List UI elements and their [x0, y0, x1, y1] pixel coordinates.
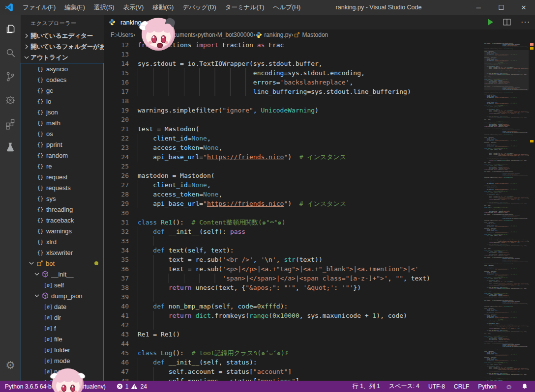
line-number[interactable]: 27: [104, 180, 129, 190]
code-line-text[interactable]: api_base_url="https://friends.nico") # イ…: [138, 199, 484, 208]
sidebar-section-開いているフォルダーがあり[interactable]: 開いているフォルダーがあり: [21, 41, 104, 52]
outline-item-bot[interactable]: bot: [21, 258, 103, 269]
outline-item-__init__[interactable]: __init__: [21, 269, 103, 280]
line-number[interactable]: 30: [104, 208, 129, 218]
outline-item-folder[interactable]: [ø]folder: [21, 344, 103, 355]
code-line-text[interactable]: encoding=sys.stdout.encoding,: [138, 68, 484, 78]
code-line-text[interactable]: text = re.sub('<p>|</p>|<a.+"tag">|<a.+"…: [138, 264, 484, 274]
outline-item-json[interactable]: {}json: [21, 107, 103, 117]
activity-bar-item-debug[interactable]: [0, 90, 21, 110]
outline-item-f[interactable]: [ø]f: [21, 323, 103, 334]
menu-item[interactable]: ターミナル(T): [221, 0, 269, 15]
line-number[interactable]: 39: [104, 292, 129, 302]
breadcrumb-item-Mastodon[interactable]: Mastodon: [294, 31, 328, 38]
code-line-37[interactable]: 37 'span>|</span>|</a>|<span class="[a-z…: [104, 274, 484, 283]
outline-item-xlsxwriter[interactable]: {}xlsxwriter: [21, 247, 103, 258]
encoding-item[interactable]: UTF-8: [428, 383, 445, 390]
code-line-35[interactable]: 35 text = re.sub('<br />', '\n', str(tex…: [104, 255, 484, 264]
split-editor-button[interactable]: [503, 19, 511, 26]
code-line-42[interactable]: 42: [104, 320, 484, 330]
code-line-text[interactable]: client_id=None,: [138, 180, 484, 190]
code-line-text[interactable]: [138, 115, 484, 124]
outline-item-gc[interactable]: {}gc: [21, 85, 103, 96]
line-number[interactable]: 47: [104, 367, 129, 376]
code-line-13[interactable]: 13: [104, 50, 484, 59]
code-line-17[interactable]: 17 line_buffering=sys.stdout.line_buffer…: [104, 87, 484, 96]
code-line-text[interactable]: text = re.sub('<br />', '\n', str(text)): [138, 255, 484, 264]
breadcrumb-item-ranking.py[interactable]: ranking.py: [255, 31, 291, 38]
line-number[interactable]: 45: [104, 348, 129, 358]
activity-bar-item-source-control[interactable]: [0, 67, 21, 86]
code-line-47[interactable]: 47 self.account = status["account"]: [104, 367, 484, 376]
maximize-button[interactable]: ☐: [490, 0, 512, 15]
line-number[interactable]: 15: [104, 68, 129, 78]
menu-item[interactable]: 編集(E): [60, 0, 89, 15]
line-number[interactable]: 25: [104, 162, 129, 171]
code-line-text[interactable]: class Log(): # toot記録用クラス٩(๑ʻᴗʻ๑)۶: [138, 348, 484, 358]
close-button[interactable]: ✕: [512, 0, 535, 15]
line-number[interactable]: 19: [104, 106, 129, 115]
code-line-14[interactable]: 14sys.stdout = io.TextIOWrapper(sys.stdo…: [104, 59, 484, 68]
outline-item-file[interactable]: [ø]file: [21, 334, 103, 344]
code-line-16[interactable]: 16 errors='backslashreplace',: [104, 78, 484, 87]
breadcrumb-item-M_bot300000[interactable]: M_bot300000: [217, 31, 253, 38]
line-number[interactable]: 36: [104, 264, 129, 274]
code-line-text[interactable]: line_buffering=sys.stdout.line_buffering…: [138, 87, 484, 96]
line-number[interactable]: 32: [104, 227, 129, 236]
code-line-44[interactable]: 44: [104, 339, 484, 348]
code-line-text[interactable]: def non_bmp_map(self, code=0xfffd):: [138, 302, 484, 311]
code-line-26[interactable]: 26mastodon = Mastodon(: [104, 171, 484, 180]
code-line-text[interactable]: 'span>|</span>|</a>|<span class="[a-z-]+…: [138, 274, 484, 283]
activity-bar-item-test[interactable]: [0, 138, 21, 157]
line-number[interactable]: 31: [104, 218, 129, 227]
notifications-bell-icon[interactable]: [521, 383, 528, 390]
outline-item-re[interactable]: {}re: [21, 161, 103, 171]
python-interpreter-item[interactable]: Python 3.6.5 64-bit: [5, 383, 55, 390]
outline-item-dump_json[interactable]: dump_json: [21, 290, 103, 301]
code-line-15[interactable]: 15 encoding=sys.stdout.encoding,: [104, 68, 484, 78]
code-line-text[interactable]: def __init__(self, status):: [138, 358, 484, 367]
code-line-text[interactable]: api_base_url="https://friends.nico") # イ…: [138, 152, 484, 162]
code-line-text[interactable]: access_token=None,: [138, 190, 484, 199]
line-number[interactable]: 23: [104, 143, 129, 152]
code-line-text[interactable]: def text(self, text):: [138, 246, 484, 255]
line-number[interactable]: 14: [104, 59, 129, 68]
code-line-text[interactable]: warnings.simplefilter("ignore", UnicodeW…: [138, 106, 484, 115]
menu-item[interactable]: 移動(G): [148, 0, 178, 15]
line-number[interactable]: 17: [104, 87, 129, 96]
code-line-25[interactable]: 25: [104, 162, 484, 171]
code-line-text[interactable]: self.mentions = status["mentions"]: [138, 376, 484, 381]
code-line-29[interactable]: 29 api_base_url="https://friends.nico") …: [104, 199, 484, 208]
code-editor[interactable]: 12from fractions import Fraction as Frac…: [104, 40, 484, 381]
activity-bar-item-explorer[interactable]: [0, 20, 21, 39]
code-line-45[interactable]: 45class Log(): # toot記録用クラス٩(๑ʻᴗʻ๑)۶: [104, 348, 484, 358]
outline-item-self[interactable]: [ø]self: [21, 280, 103, 290]
minimize-button[interactable]: ─: [467, 0, 490, 15]
code-line-36[interactable]: 36 text = re.sub('<p>|</p>|<a.+"tag">|<a…: [104, 264, 484, 274]
code-line-text[interactable]: [138, 208, 484, 218]
outline-item-date[interactable]: [ø]date: [21, 301, 103, 312]
line-number[interactable]: 18: [104, 96, 129, 106]
code-line-43[interactable]: 43Re1 = Re1(): [104, 330, 484, 339]
code-line-text[interactable]: class Re1(): # Content整頓用関数(๑°⌓°๑): [138, 218, 484, 227]
code-line-text[interactable]: def __init__(self): pass: [138, 227, 484, 236]
line-number[interactable]: 44: [104, 339, 129, 348]
menu-item[interactable]: ファイル(F): [18, 0, 60, 15]
code-line-30[interactable]: 30: [104, 208, 484, 218]
code-line-41[interactable]: 41 return dict.fromkeys(range(0x10000, s…: [104, 311, 484, 320]
line-number[interactable]: 40: [104, 302, 129, 311]
code-line-21[interactable]: 21test = Mastodon(: [104, 124, 484, 134]
code-line-text[interactable]: [138, 292, 484, 302]
line-number[interactable]: 29: [104, 199, 129, 208]
outline-item-os[interactable]: {}os: [21, 128, 103, 139]
code-line-39[interactable]: 39: [104, 292, 484, 302]
code-line-48[interactable]: 48 self.mentions = status["mentions"]: [104, 376, 484, 381]
code-line-34[interactable]: 34 def text(self, text):: [104, 246, 484, 255]
breadcrumb-item-Users[interactable]: Users: [118, 31, 133, 38]
outline-item-requests[interactable]: {}requests: [21, 182, 103, 193]
code-line-text[interactable]: Re1 = Re1(): [138, 330, 484, 339]
eol-item[interactable]: CRLF: [454, 383, 469, 390]
menu-item[interactable]: デバッグ(D): [178, 0, 221, 15]
outline-item-asyncio[interactable]: {}asyncio: [21, 63, 103, 74]
line-number[interactable]: 43: [104, 330, 129, 339]
